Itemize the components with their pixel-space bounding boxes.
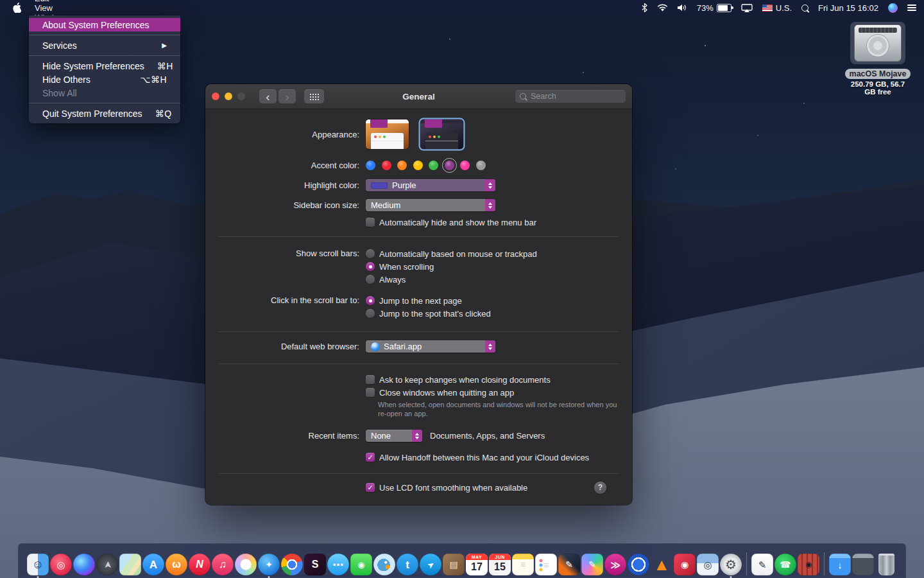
accent-color-orange[interactable] <box>397 161 407 170</box>
search-field[interactable] <box>515 90 626 103</box>
menu-item-services[interactable]: Services▶ <box>29 39 180 52</box>
handoff-checkbox[interactable]: ✓Allow Handoff between this Mac and your… <box>366 451 589 464</box>
dock-item-photos[interactable] <box>235 554 257 575</box>
search-input[interactable] <box>529 91 621 101</box>
dock-item-twitterrific[interactable] <box>373 554 395 575</box>
scroll-bar-click-option[interactable]: Jump to the spot that's clicked <box>366 307 491 320</box>
dock-item-books[interactable]: ω <box>166 554 187 575</box>
dock-item-spark[interactable]: ➤ <box>420 554 441 575</box>
system-preferences-window: ‹ › General Appearance: Accent color: H <box>205 84 632 505</box>
scroll-bar-click-option[interactable]: Jump to the next page <box>366 294 491 307</box>
calendar-month-label: JUN <box>489 554 511 560</box>
spotlight-icon[interactable] <box>801 4 809 12</box>
menubar-autohide-checkbox[interactable]: ✓Automatically hide and show the menu ba… <box>366 216 536 229</box>
ask-keep-changes-checkbox[interactable]: ✓Ask to keep changes when closing docume… <box>366 373 551 386</box>
window-titlebar[interactable]: ‹ › General <box>205 84 632 109</box>
menu-item-about-system-preferences[interactable]: About System Preferences <box>29 18 180 31</box>
show-all-button[interactable] <box>304 89 324 103</box>
dock-item-launchpad[interactable]: ➤ <box>96 554 118 575</box>
handoff-row: ✓Allow Handoff between this Mac and your… <box>218 451 619 464</box>
recent-items-popup[interactable]: None <box>366 430 422 442</box>
dock-item-window-stack[interactable] <box>852 554 874 575</box>
appearance-dark-thumbnail[interactable] <box>420 119 463 149</box>
menu-bar-clock[interactable]: Fri Jun 15 16:02 <box>818 3 878 13</box>
menu-item-hide-system-preferences[interactable]: Hide System Preferences⌘H <box>29 59 180 73</box>
dock-item-facetime[interactable]: ◉ <box>350 554 372 575</box>
wifi-icon[interactable] <box>657 4 668 12</box>
dock-item-downloads-folder[interactable]: ↓ <box>829 554 851 575</box>
accent-color-pink[interactable] <box>460 161 470 170</box>
dock-item-yoink[interactable]: ≫ <box>604 554 626 575</box>
airplay-icon[interactable] <box>741 4 753 12</box>
dock-item-calendar-may[interactable]: MAY17 <box>466 554 488 575</box>
menu-separator <box>29 103 180 103</box>
battery-indicator[interactable]: 73% <box>697 3 732 13</box>
notification-center-icon[interactable] <box>907 3 916 13</box>
back-button[interactable]: ‹ <box>259 89 277 103</box>
menu-item-hide-others[interactable]: Hide Others⌥⌘H <box>29 73 180 86</box>
dock-item-pixelmator-pro[interactable]: ✎ <box>581 554 603 575</box>
volume-icon[interactable] <box>678 4 687 12</box>
dock-item-messages[interactable]: ⋯ <box>327 554 349 575</box>
dock-item-app-store[interactable]: A <box>142 554 164 575</box>
dock-item-1password[interactable] <box>628 554 649 575</box>
battery-percent-label: 73% <box>697 3 714 13</box>
dock-item-whatsapp[interactable]: ☎ <box>774 554 796 575</box>
dock-item-journal[interactable]: ▤ <box>443 554 465 575</box>
lcd-smoothing-checkbox[interactable]: ✓Use LCD font smoothing when available <box>366 481 527 494</box>
close-windows-note-row: When selected, open documents and window… <box>218 400 619 419</box>
dock-item-vlc[interactable]: ▲ <box>651 554 672 575</box>
dock-item-notes[interactable]: ≡ <box>512 554 534 575</box>
writing-app-glyph-icon: ✎ <box>758 560 767 570</box>
dock-item-news[interactable]: N <box>189 554 210 575</box>
show-scroll-bars-option[interactable]: When scrolling <box>366 260 537 273</box>
input-source-indicator[interactable]: U.S. <box>762 3 792 13</box>
show-scroll-bars-option[interactable]: Automatically based on mouse or trackpad <box>366 247 537 260</box>
bluetooth-icon[interactable] <box>642 3 647 12</box>
accent-color-graphite[interactable] <box>476 161 486 170</box>
menu-item-quit-system-preferences[interactable]: Quit System Preferences⌘Q <box>29 107 180 120</box>
zoom-button-disabled <box>237 92 245 100</box>
dock-item-slack[interactable]: S <box>304 554 326 575</box>
dock-item-calendar-jun[interactable]: JUN15 <box>489 554 511 575</box>
reminders-glyph-icon: ≡ <box>543 560 549 570</box>
sidebar-size-popup[interactable]: Medium <box>366 199 495 211</box>
accent-color-green[interactable] <box>429 161 438 170</box>
option-label: Always <box>379 275 406 285</box>
appearance-label: Appearance: <box>218 130 359 139</box>
accent-color-purple[interactable] <box>445 161 454 170</box>
minimize-button[interactable] <box>225 92 232 100</box>
close-windows-checkbox[interactable]: ✓Close windows when quitting an app <box>366 386 514 399</box>
appearance-light-thumbnail[interactable] <box>366 119 409 149</box>
show-scroll-bars-option[interactable]: Always <box>366 273 537 286</box>
dock-item-trash[interactable] <box>875 554 897 575</box>
close-button[interactable] <box>212 92 219 100</box>
dock-item-photo-booth[interactable]: ◉ <box>798 554 819 575</box>
dock-item-safari[interactable]: ✦ <box>258 554 280 575</box>
siri-icon[interactable] <box>888 3 898 13</box>
default-browser-popup[interactable]: Safari.app <box>366 340 495 353</box>
dock-item-pixelmator[interactable]: ✎ <box>558 554 580 575</box>
desktop-icon-macos-mojave[interactable]: macOS Mojave 250.79 GB, 56.7 GB free <box>844 22 911 96</box>
dock-item-itunes[interactable]: ♫ <box>212 554 234 575</box>
dock-item-maps[interactable] <box>119 554 141 575</box>
dock-item-pdf-expert[interactable]: ◉ <box>674 554 696 575</box>
dock-item-finder[interactable]: ☺ <box>27 554 49 575</box>
help-button[interactable]: ? <box>594 482 606 494</box>
dock-item-reminders[interactable]: ≡ <box>535 554 557 575</box>
apple-menu-icon[interactable] <box>6 0 28 15</box>
dock-item-chrome[interactable] <box>281 554 303 575</box>
dock-item-preview[interactable]: ◎ <box>697 554 719 575</box>
dock-item-twitter[interactable]: t <box>397 554 418 575</box>
dock-item-writing-app[interactable]: ✎ <box>751 554 773 575</box>
accent-color-yellow[interactable] <box>413 161 423 170</box>
highlight-color-popup[interactable]: Purple <box>366 179 495 191</box>
accent-color-blue[interactable] <box>366 161 375 170</box>
dock-item-system-preferences[interactable]: ⚙ <box>720 554 742 575</box>
facetime-glyph-icon: ◉ <box>357 561 364 569</box>
menu-bar-item-view[interactable]: View <box>28 3 121 13</box>
dock-item-cleanshot[interactable]: ◎ <box>50 554 72 575</box>
accent-color-red[interactable] <box>382 161 391 170</box>
dock-item-siri[interactable] <box>73 554 95 575</box>
radio-icon <box>366 262 375 271</box>
